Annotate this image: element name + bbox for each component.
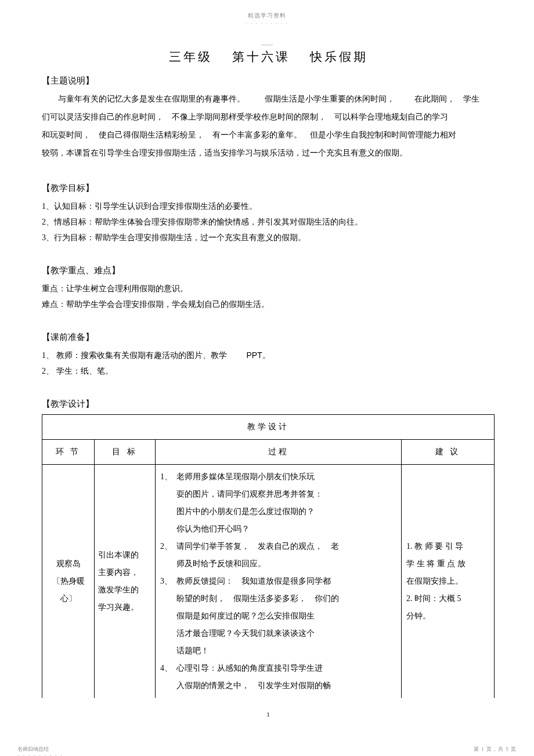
text: 1、 教师：搜索收集有关假期有趣活动的图片、教学	[42, 351, 227, 360]
text: 请同学们举手答复，发表自己的观点，老	[176, 538, 396, 555]
text: 不像上学期间那样受学校作息时间的限制，	[172, 113, 326, 121]
table-header-row: 环 节 目 标 过程 建 议	[42, 440, 495, 465]
focus-line: 难点：帮助学生学会合理安排假期，学会规划自己的假期生活。	[42, 296, 495, 312]
section-head-topic: 【主题说明】	[42, 75, 495, 86]
text: 〔热身暖	[47, 573, 89, 590]
goal-line: 2、情感目标：帮助学生体验合理安排假期带来的愉快情感，并引发其对假期生活的向往。	[42, 214, 495, 230]
text: 学习兴趣。	[98, 599, 150, 616]
header-watermark: 精选学习资料	[0, 0, 534, 20]
cell-goal: 引出本课的 主要内容， 激发学生的 学习兴趣。	[95, 465, 156, 699]
text: 在假期安排上。	[406, 573, 489, 590]
design-table: 教学设计 环 节 目 标 过程 建 议 观察岛 〔热身暖 心〕 引出本课的 主要…	[42, 414, 495, 698]
text: 心理引导：从感知的角度直接引导学生进	[176, 660, 396, 677]
text: 分钟。	[406, 607, 489, 625]
topic-para: 与童年有关的记忆大多是发生在假期里的有趣事件。假期生活是小学生重要的休闲时间，在…	[42, 91, 495, 107]
text: 2. 时间：大概 5	[406, 590, 489, 607]
text: 教师反馈提问：我知道放假是很多同学都	[176, 573, 396, 590]
text: 激发学生的	[98, 581, 150, 599]
text: 盼望的时刻，假期生活多姿多彩，你们的	[160, 590, 396, 607]
topic-para: 和玩耍时间，使自己得假期生活精彩纷呈，有一个丰富多彩的童年。但是小学生自我控制和…	[42, 127, 495, 143]
text: 有一个丰富多彩的童年。	[212, 131, 302, 139]
th-suggest: 建 议	[402, 440, 495, 465]
text: 入假期的情景之中，引发学生对假期的畅	[160, 677, 396, 694]
list-num: 3、	[160, 573, 176, 590]
th-step: 环 节	[42, 440, 95, 465]
text: 和玩耍时间，	[42, 131, 91, 139]
text: 1. 教 师 要 引 导	[406, 538, 489, 555]
th-process: 过程	[156, 440, 402, 465]
title-lesson: 第十六课	[232, 50, 290, 64]
goal-line: 1、认知目标：引导学生认识到合理安排假期生活的必要性。	[42, 198, 495, 214]
page-number: 1	[42, 711, 495, 718]
document-title: 三年级第十六课快乐假期	[42, 49, 495, 65]
text: 。	[262, 351, 270, 360]
footer-dashes: - - - - - - - - -	[17, 753, 63, 756]
text: 学生	[463, 95, 479, 103]
goal-line: 3、行为目标：帮助学生合理安排假期生活，过一个充实且有意义的假期。	[42, 230, 495, 245]
text: 使自己得假期生活精彩纷呈，	[99, 131, 204, 139]
text: 观察岛	[47, 555, 89, 573]
text: 假期生活是小学生重要的休闲时间，	[265, 95, 395, 103]
table-title-row: 教学设计	[42, 415, 495, 440]
text: 师及时给予反馈和回应。	[160, 555, 396, 573]
section-head-prep: 【课前准备】	[42, 332, 495, 343]
text: 可以科学合理地规划自己的学习	[334, 113, 448, 121]
prep-line: 2、 学生：纸、笔。	[42, 363, 495, 379]
text: 耍的图片，请同学们观察并思考并答复：	[160, 486, 396, 503]
title-name: 快乐假期	[310, 50, 368, 64]
header-dashes: - - - - - - - - -	[0, 21, 534, 26]
text: 引出本课的	[98, 547, 150, 564]
text: 主要内容，	[98, 564, 150, 581]
focus-line: 重点：让学生树立合理利用假期的意识。	[42, 281, 495, 296]
text: 老师用多媒体呈现假期小朋友们快乐玩	[176, 468, 396, 486]
prep-line: 1、 教师：搜索收集有关假期有趣活动的图片、教学PPT。	[42, 348, 495, 363]
text: 活才最合理呢？今天我们就来谈谈这个	[160, 625, 396, 642]
list-num: 4、	[160, 660, 176, 677]
page-body: 三年级第十六课快乐假期 【主题说明】 与童年有关的记忆大多是发生在假期里的有趣事…	[0, 49, 534, 718]
text: 心〕	[47, 590, 89, 607]
tiny-rule	[261, 45, 273, 45]
list-num: 1、	[160, 468, 176, 486]
topic-para: 较弱，本课旨在引导学生合理安排假期生活，适当安排学习与娱乐活动，过一个充实且有意…	[42, 145, 495, 161]
th-goal: 目 标	[95, 440, 156, 465]
text: 话题吧！	[160, 642, 396, 660]
text: 图片中的小朋友们是怎么度过假期的？	[160, 503, 396, 520]
text-ppt: PPT	[247, 350, 262, 360]
cell-process: 1、老师用多媒体呈现假期小朋友们快乐玩 耍的图片，请同学们观察并思考并答复： 图…	[156, 465, 402, 699]
topic-para: 们可以灵活安排自己的作息时间，不像上学期间那样受学校作息时间的限制，可以科学合理…	[42, 109, 495, 125]
cell-step: 观察岛 〔热身暖 心〕	[42, 465, 95, 699]
section-head-goals: 【教学目标】	[42, 183, 495, 194]
text: 你认为他们开心吗？	[160, 520, 396, 538]
text: 们可以灵活安排自己的作息时间，	[42, 113, 164, 121]
cell-suggest: 1. 教 师 要 引 导 学 生 将 重 点 放 在假期安排上。 2. 时间：大…	[402, 465, 495, 699]
text: 学 生 将 重 点 放	[406, 555, 489, 573]
footer-right: 第 1 页，共 5 页	[474, 746, 517, 753]
text: 与童年有关的记忆大多是发生在假期里的有趣事件。	[58, 95, 245, 103]
text: 在此期间，	[414, 95, 455, 103]
section-head-design: 【教学设计】	[42, 399, 495, 410]
text: 假期是如何度过的呢？怎么安排假期生	[160, 607, 396, 625]
table-title: 教学设计	[42, 415, 495, 440]
text: 但是小学生自我控制和时间管理能力相对	[310, 131, 456, 139]
section-head-focus: 【教学重点、难点】	[42, 265, 495, 276]
table-row: 观察岛 〔热身暖 心〕 引出本课的 主要内容， 激发学生的 学习兴趣。 1、老师…	[42, 465, 495, 699]
title-grade: 三年级	[169, 50, 212, 64]
list-num: 2、	[160, 538, 176, 555]
